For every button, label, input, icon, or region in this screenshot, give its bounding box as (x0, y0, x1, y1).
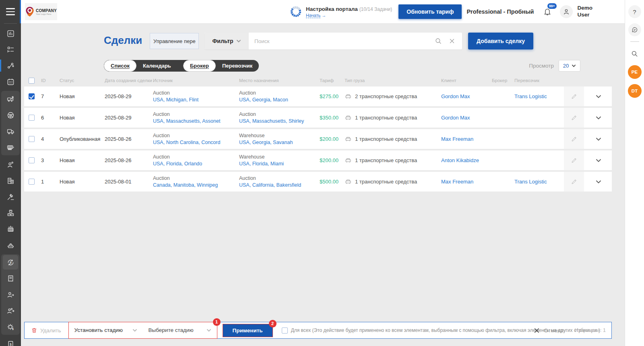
client-link[interactable]: Anton Kikabidze (441, 157, 479, 163)
destination-location-link[interactable]: USA, Georgia, Macon (239, 97, 317, 103)
destination-location-link[interactable]: USA, Georgia, Savanah (239, 139, 317, 146)
set-stage-dropdown[interactable]: Установить стадию (69, 322, 143, 338)
destination-kind: Warehouse (239, 154, 317, 161)
sidebar-item-deals[interactable] (0, 58, 21, 74)
sidebar-item-finance[interactable]: $ (3, 255, 18, 270)
apply-button[interactable]: Применить (223, 324, 273, 337)
carrier-link[interactable]: Trans Logistic (514, 179, 547, 185)
search-icon[interactable] (435, 37, 442, 45)
panel-search-button[interactable] (628, 47, 641, 60)
company-logo[interactable]: COMPANY Your Logo Here (25, 3, 57, 20)
companies-icon (6, 177, 15, 185)
destination-location-link[interactable]: USA, Florida, Miami (239, 161, 317, 167)
edit-deal-button[interactable] (564, 150, 584, 170)
client-link[interactable]: Gordon Max (441, 115, 470, 121)
per-page-select[interactable]: 20 (559, 60, 580, 72)
source-location-link[interactable]: USA, Florida, Orlando (153, 161, 237, 167)
hamburger-icon[interactable] (6, 8, 15, 15)
sidebar-item-containers[interactable] (0, 221, 21, 237)
panel-badge-dt[interactable]: DT (628, 84, 642, 98)
source-location-link[interactable]: USA, North Carolina, Concord (153, 139, 237, 146)
manage-transport-button[interactable]: Управление пере (150, 33, 199, 49)
source-location-link[interactable]: Canada, Manitoba, Winnipeg (153, 182, 237, 189)
expand-row-icon[interactable] (595, 157, 602, 164)
row-checkbox[interactable] (29, 157, 35, 163)
row-checkbox[interactable] (29, 115, 35, 121)
chat-button[interactable] (628, 23, 641, 36)
menu-toggle[interactable] (0, 0, 21, 23)
deal-date: 2025-08-01 (105, 179, 153, 185)
sidebar-item-dashboard[interactable] (0, 25, 21, 41)
deal-date: 2025-08-29 (105, 115, 153, 121)
destination-location-link[interactable]: USA, Massachusetts, Shirley (239, 118, 317, 125)
edit-deal-button[interactable] (564, 108, 584, 128)
search-input[interactable] (249, 38, 435, 44)
sidebar-item-billing-settings[interactable]: $ (1, 319, 20, 335)
per-page-value: 20 (563, 63, 569, 69)
user-avatar[interactable] (560, 5, 573, 18)
client-link[interactable]: Max Freeman (441, 179, 473, 185)
edit-deal-button[interactable] (564, 86, 584, 106)
sidebar-item-drivers[interactable] (1, 107, 20, 123)
sidebar-item-invoices[interactable] (1, 270, 20, 286)
filter-label: Фильтр (212, 38, 233, 44)
expand-row-icon[interactable] (595, 115, 602, 121)
source-location-link[interactable]: USA, Massachusetts, Assonet (153, 118, 237, 125)
delete-button[interactable]: Удалить (25, 322, 68, 338)
deal-id: 7 (41, 93, 60, 99)
row-checkbox[interactable] (29, 136, 35, 142)
cancel-label[interactable]: Отмена (544, 327, 563, 334)
sidebar-item-trailers[interactable] (1, 139, 20, 155)
user-name[interactable]: Demo User (578, 5, 597, 19)
expand-row-icon[interactable] (595, 136, 602, 142)
tab-calendar[interactable]: Календарь (136, 60, 178, 72)
source-location-link[interactable]: USA, Michigan, Flint (153, 97, 237, 103)
col-tariff: Тариф (320, 78, 345, 83)
tab-carrier[interactable]: Перевозчик (216, 60, 259, 72)
client-link[interactable]: Gordon Max (441, 93, 470, 99)
row-checkbox[interactable] (29, 179, 35, 185)
panel-badge-pe[interactable]: PE (628, 65, 642, 79)
clear-search-icon[interactable] (448, 37, 456, 45)
setup-start-link[interactable]: Начать (306, 13, 320, 18)
sidebar-item-dispatch[interactable] (1, 91, 20, 107)
sidebar-item-ports[interactable] (0, 237, 21, 253)
edit-deal-button[interactable] (564, 129, 584, 149)
destination-location-link[interactable]: USA, California, Bakersfield (239, 182, 317, 189)
sidebar-item-cargo[interactable] (0, 205, 21, 221)
add-deal-button[interactable]: Добавить сделку (468, 33, 533, 49)
choose-stage-dropdown[interactable]: Выберите стадию (143, 322, 217, 338)
expand-row-icon[interactable] (595, 93, 602, 100)
sidebar-item-companies[interactable] (0, 173, 21, 189)
expand-row-icon[interactable] (595, 179, 602, 185)
help-button[interactable]: ? (628, 5, 641, 18)
for-all-checkbox[interactable] (282, 327, 288, 334)
sidebar-item-reports[interactable]: $ (0, 336, 21, 346)
carrier-link[interactable]: Trans Logistic (514, 93, 547, 99)
cargo-type: 1 транспортные средства (355, 115, 417, 121)
edit-deal-button[interactable] (564, 172, 584, 192)
close-action-bar-button[interactable] (534, 327, 540, 334)
for-all-label: Для всех (Это действие будет применено к… (291, 327, 533, 333)
delete-label: Удалить (40, 327, 61, 334)
notifications-button[interactable]: 99+ (541, 5, 554, 19)
upgrade-plan-button[interactable]: Обновить тариф (398, 4, 462, 19)
client-link[interactable]: Max Freeman (441, 136, 473, 142)
sidebar-group-finance: $ $ (1, 254, 20, 335)
report-dollar-icon: $ (6, 340, 15, 346)
select-all-checkbox[interactable] (29, 78, 35, 84)
sidebar-item-carrier-payments[interactable] (1, 303, 20, 319)
truck-icon (6, 127, 15, 136)
sidebar-item-agents[interactable] (0, 157, 21, 173)
sidebar-item-trucks[interactable] (1, 123, 20, 139)
sidebar-item-auctions[interactable] (0, 189, 21, 205)
sidebar-item-client-payments[interactable] (1, 286, 20, 303)
tab-list[interactable]: Список (104, 60, 136, 72)
tab-broker[interactable]: Брокер (183, 60, 216, 72)
svg-text:$: $ (10, 342, 12, 346)
sidebar-item-calendar[interactable] (0, 74, 21, 90)
sidebar-item-tasks[interactable] (0, 41, 21, 58)
row-checkbox[interactable] (29, 93, 35, 99)
filter-dropdown[interactable]: Фильтр (204, 33, 249, 49)
deal-tariff: $350.00 (320, 115, 345, 121)
